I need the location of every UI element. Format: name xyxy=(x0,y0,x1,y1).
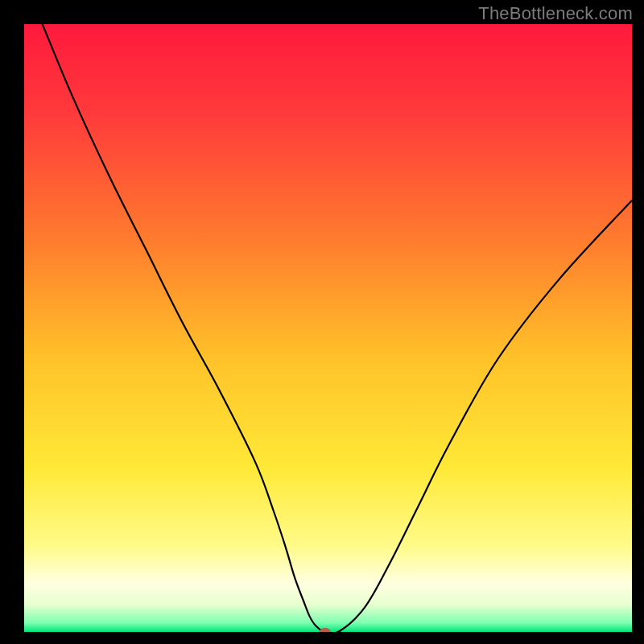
chart-frame: TheBottleneck.com xyxy=(0,0,644,644)
plot-area xyxy=(24,24,632,632)
chart-svg xyxy=(24,24,632,632)
gradient-background xyxy=(24,24,632,632)
watermark-text: TheBottleneck.com xyxy=(478,3,633,24)
